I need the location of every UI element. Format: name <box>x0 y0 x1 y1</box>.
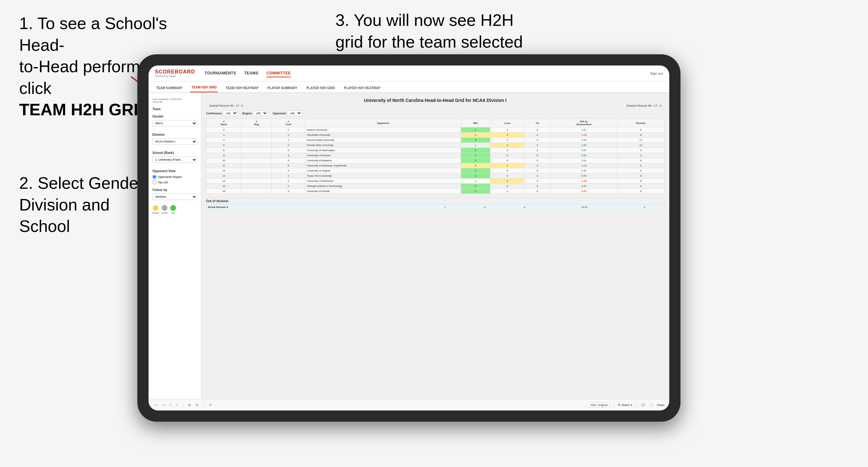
cell-loss: 0 <box>490 168 525 174</box>
cell-conf: 2 <box>272 143 305 148</box>
filter-opponent-select[interactable]: (All) <box>287 111 302 116</box>
division-label: Division <box>152 133 197 136</box>
cell-tie: 0 <box>525 143 551 148</box>
cell-conf: 6 <box>272 163 305 168</box>
cell-rank: 14 <box>206 179 242 184</box>
cell-rank: 3 <box>206 132 242 138</box>
radio-top100[interactable]: Top 100 <box>152 180 197 184</box>
cell-opponent: University of Arizona <box>305 153 461 158</box>
cell-div-win: 1 <box>425 205 465 210</box>
undo-btn[interactable]: ↩ <box>153 403 158 407</box>
sign-out-link[interactable]: Sign out <box>650 71 663 75</box>
comment-btn[interactable]: 💬 <box>640 403 646 407</box>
cell-loss: 2 <box>490 179 525 184</box>
sub-nav-player-h2h-grid[interactable]: PLAYER H2H GRID <box>305 86 336 92</box>
cell-loss: 0 <box>490 148 525 153</box>
copy-btn[interactable]: ⊞ <box>187 403 192 407</box>
filter-conference-select[interactable]: (All) <box>223 111 238 116</box>
sub-nav-player-h2h-heatmap[interactable]: PLAYER H2H HEATMAP <box>343 86 382 92</box>
sub-nav-team-h2h-grid[interactable]: TEAM H2H GRID <box>190 86 218 92</box>
cell-div-loss: 0 <box>465 205 505 210</box>
cell-reg <box>242 189 272 194</box>
instruction-step2: 2. Select Gender, Division and School <box>19 173 148 237</box>
sub-nav-team-summary[interactable]: TEAM SUMMARY <box>155 86 184 92</box>
cell-loss: 0 <box>490 158 525 163</box>
legend-down-label: Down <box>152 212 159 214</box>
cell-reg <box>242 148 272 153</box>
cell-conf: 3 <box>272 189 305 194</box>
clock-btn[interactable]: ⏱ <box>208 403 213 407</box>
nav-forward-btn[interactable]: ⟩ <box>175 403 179 407</box>
cell-loss: 0 <box>490 153 525 158</box>
cell-tie: 0 <box>525 127 551 132</box>
cell-opponent: Arizona State University <box>305 138 461 143</box>
cell-rounds: 9 <box>617 174 664 179</box>
fullscreen-btn[interactable]: ⛶ <box>649 403 654 407</box>
school-select[interactable]: 1. University of Nort... <box>152 157 197 163</box>
cell-diff: -6.62 <box>551 189 618 194</box>
cell-reg <box>242 184 272 189</box>
cell-reg <box>242 138 272 143</box>
table-row: 6 2 Florida State University 1 2 0 1.83 … <box>206 143 664 148</box>
cell-tie: 0 <box>525 158 551 163</box>
sub-nav-team-h2h-heatmap[interactable]: TEAM H2H HEATMAP <box>224 86 260 92</box>
sub-nav-player-summary[interactable]: PLAYER SUMMARY <box>266 86 299 92</box>
nav-committee[interactable]: COMMITTEE <box>267 70 291 77</box>
cell-reg <box>242 153 272 158</box>
cell-tie: 0 <box>525 163 551 168</box>
cell-win: 1 <box>461 143 490 148</box>
cell-diff: 1.83 <box>551 143 618 148</box>
cell-tie: 0 <box>525 174 551 179</box>
color-legend: Down Level Up <box>152 205 197 214</box>
main-content: Last Updated: 27/03/2024 16:55:38 Team G… <box>149 93 669 399</box>
share-btn[interactable]: Share <box>657 403 664 407</box>
table-row: 15 4 Georgia Institute of Technology 5 0… <box>206 184 664 189</box>
redo-btn[interactable]: ↪ <box>161 403 166 407</box>
col-conf: #Conf <box>272 119 305 127</box>
watch-icon: 👁 <box>618 403 621 407</box>
nav-back-btn[interactable]: ⟨ <box>169 403 173 407</box>
watch-btn[interactable]: 👁 Watch ▾ <box>618 403 632 407</box>
cell-reg <box>242 158 272 163</box>
filter-row: Conference (All) Region (All) Opponent <box>206 111 664 116</box>
filter-conference-group: Conference (All) <box>206 111 238 116</box>
cell-opponent: Georgia Institute of Technology <box>305 184 461 189</box>
view-original-btn[interactable]: View: Original <box>588 403 610 408</box>
division-select[interactable]: NCAA Division I <box>152 138 197 145</box>
grid-title: University of North Carolina Head-to-Hea… <box>206 98 664 103</box>
paste-btn[interactable]: ⊟ <box>194 403 200 407</box>
table-row: 13 1 Texas Tech University 3 0 0 5.56 9 <box>206 174 664 179</box>
nav-tournaments[interactable]: TOURNAMENTS <box>205 70 237 77</box>
cell-tie: 0 <box>525 168 551 174</box>
col-loss: Loss <box>490 119 525 127</box>
cell-rounds: 2 <box>617 153 664 158</box>
overall-record: Overall Record: 89 - 17 - 0 <box>209 104 243 107</box>
cell-win: 1 <box>461 153 490 158</box>
h2h-grid-table: #Rank #Reg #Conf Opponent Win Loss Tie D… <box>206 119 664 194</box>
cell-div-rounds: 3 <box>625 205 664 210</box>
nav-teams[interactable]: TEAMS <box>244 70 258 77</box>
cell-rank: 12 <box>206 168 242 174</box>
cell-loss: 0 <box>490 184 525 189</box>
table-row: 3 2 Vanderbilt University 0 4 0 -2.29 8 <box>206 132 664 138</box>
out-of-division-table: NCAA Division II 1 0 0 26.00 3 <box>206 205 664 210</box>
cell-conf: 1 <box>272 127 305 132</box>
col-rank: #Rank <box>206 119 242 127</box>
gender-label: Gender <box>152 115 197 118</box>
cell-diff: -4.33 <box>551 163 618 168</box>
cell-div-diff: 26.00 <box>545 205 624 210</box>
cell-win: 1 <box>461 179 490 184</box>
cell-opponent: University of Oklahoma <box>305 179 461 184</box>
colour-by-select[interactable]: Win/loss <box>152 193 197 200</box>
legend-down: Down <box>152 205 159 214</box>
cell-opponent: Florida State University <box>305 143 461 148</box>
legend-up: Up <box>170 205 176 214</box>
table-row: 10 5 University of Alabama 3 0 0 2.61 8 <box>206 158 664 163</box>
grid-area: University of North Carolina Head-to-Hea… <box>201 93 669 399</box>
gender-select[interactable]: Men's <box>152 120 197 126</box>
toolbar-sep3 <box>614 403 614 408</box>
cell-rank: 4 <box>206 138 242 143</box>
filter-region-select[interactable]: (All) <box>253 111 268 116</box>
radio-opponents-played[interactable]: Opponents Played <box>152 175 197 179</box>
cell-rounds: 3 <box>617 163 664 168</box>
